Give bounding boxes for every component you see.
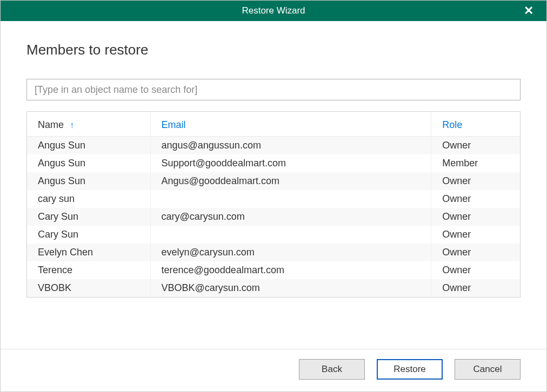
- cell-role: Owner: [431, 279, 520, 297]
- table-row[interactable]: Cary Suncary@carysun.comOwner: [27, 208, 520, 226]
- back-button[interactable]: Back: [299, 359, 365, 380]
- cell-name: Angus Sun: [27, 154, 150, 172]
- cell-email: Support@gooddealmart.com: [150, 154, 431, 172]
- table-row[interactable]: VBOBKVBOBK@carysun.comOwner: [27, 279, 520, 297]
- table-row[interactable]: Evelyn Chenevelyn@carysun.comOwner: [27, 244, 520, 261]
- arrow-up-icon: ↑: [70, 120, 74, 130]
- content-area: Members to restore Name ↑ Email Role Ang…: [1, 21, 546, 349]
- table-row[interactable]: Angus SunSupport@gooddealmart.comMember: [27, 154, 520, 172]
- cell-role: Member: [431, 154, 520, 172]
- cell-email: Angus@gooddealmart.com: [150, 172, 431, 190]
- cell-email: terence@gooddealmart.com: [150, 261, 431, 279]
- search-input[interactable]: [26, 79, 521, 100]
- cell-role: Owner: [431, 244, 520, 261]
- cell-name: Cary Sun: [27, 226, 150, 244]
- cell-email: evelyn@carysun.com: [150, 244, 431, 261]
- members-table: Name ↑ Email Role Angus Sunangus@angussu…: [27, 112, 520, 297]
- table-row[interactable]: Angus SunAngus@gooddealmart.comOwner: [27, 172, 520, 190]
- table-row[interactable]: Cary SunOwner: [27, 226, 520, 244]
- restore-button[interactable]: Restore: [377, 359, 443, 380]
- members-table-container: Name ↑ Email Role Angus Sunangus@angussu…: [26, 111, 521, 298]
- footer: Back Restore Cancel: [1, 349, 546, 391]
- table-row[interactable]: Angus Sunangus@angussun.comOwner: [27, 137, 520, 155]
- cell-role: Owner: [431, 172, 520, 190]
- cell-email: angus@angussun.com: [150, 137, 431, 155]
- cell-email: [150, 226, 431, 244]
- table-row[interactable]: cary sunOwner: [27, 190, 520, 208]
- cell-role: Owner: [431, 190, 520, 208]
- cell-name: cary sun: [27, 190, 150, 208]
- cell-email: cary@carysun.com: [150, 208, 431, 226]
- titlebar: Restore Wizard ✕: [1, 1, 546, 21]
- cell-role: Owner: [431, 226, 520, 244]
- restore-wizard-window: Restore Wizard ✕ Members to restore Name…: [0, 0, 547, 392]
- column-header-email[interactable]: Email: [150, 112, 431, 137]
- cell-role: Owner: [431, 208, 520, 226]
- cell-email: VBOBK@carysun.com: [150, 279, 431, 297]
- cell-name: Cary Sun: [27, 208, 150, 226]
- column-header-role[interactable]: Role: [431, 112, 520, 137]
- table-row[interactable]: Terenceterence@gooddealmart.comOwner: [27, 261, 520, 279]
- cell-name: Angus Sun: [27, 172, 150, 190]
- cell-name: Terence: [27, 261, 150, 279]
- cell-name: Evelyn Chen: [27, 244, 150, 261]
- column-header-name[interactable]: Name ↑: [27, 112, 150, 137]
- page-title: Members to restore: [26, 42, 521, 58]
- cell-name: Angus Sun: [27, 137, 150, 155]
- cell-role: Owner: [431, 261, 520, 279]
- close-icon[interactable]: ✕: [518, 1, 539, 21]
- window-title: Restore Wizard: [242, 5, 305, 16]
- cancel-button[interactable]: Cancel: [455, 359, 521, 380]
- cell-email: [150, 190, 431, 208]
- column-label-name: Name: [38, 119, 64, 130]
- cell-name: VBOBK: [27, 279, 150, 297]
- cell-role: Owner: [431, 137, 520, 155]
